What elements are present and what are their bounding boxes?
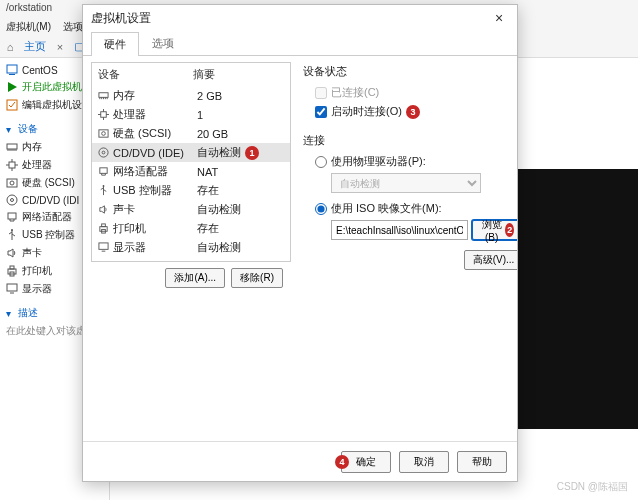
device-row[interactable]: 内存2 GB <box>92 86 290 105</box>
memory-icon <box>6 141 18 153</box>
badge-3: 3 <box>406 105 420 119</box>
svg-rect-18 <box>99 130 108 137</box>
usb-icon <box>98 185 109 196</box>
device-row[interactable]: 显示器自动检测 <box>92 238 290 257</box>
svg-rect-22 <box>100 168 107 174</box>
cd-icon <box>6 194 18 206</box>
device-row[interactable]: 硬盘 (SCSI)20 GB <box>92 124 290 143</box>
help-button[interactable]: 帮助 <box>457 451 507 473</box>
sound-icon <box>98 204 109 215</box>
remove-device-button[interactable]: 移除(R) <box>231 268 283 288</box>
svg-point-9 <box>11 199 14 202</box>
caret-down-icon: ▾ <box>6 124 14 135</box>
svg-point-21 <box>102 151 105 154</box>
advanced-button[interactable]: 高级(V)... <box>464 250 517 270</box>
add-device-button[interactable]: 添加(A)... <box>165 268 225 288</box>
cpu-icon <box>6 159 18 171</box>
badge-4: 4 <box>335 455 349 469</box>
memory-icon <box>98 90 109 101</box>
device-row[interactable]: CD/DVD (IDE)自动检测1 <box>92 143 290 162</box>
svg-rect-5 <box>9 162 15 168</box>
device-row[interactable]: 打印机存在 <box>92 219 290 238</box>
connected-checkbox <box>315 87 327 99</box>
dialog-close-button[interactable]: × <box>489 8 509 28</box>
connect-at-poweron-checkbox[interactable] <box>315 106 327 118</box>
use-physical-radio[interactable] <box>315 156 327 168</box>
vm-icon <box>6 64 18 76</box>
svg-point-23 <box>103 185 105 187</box>
svg-rect-10 <box>8 213 16 219</box>
device-row[interactable]: 声卡自动检测 <box>92 200 290 219</box>
badge-1: 1 <box>245 146 259 160</box>
printer-icon <box>6 265 18 277</box>
device-row[interactable]: 网络适配器NAT <box>92 162 290 181</box>
edit-icon <box>6 99 18 111</box>
svg-rect-6 <box>7 179 17 187</box>
display-icon <box>98 242 109 253</box>
svg-point-20 <box>99 148 108 157</box>
watermark: CSDN @陈福国 <box>557 480 628 494</box>
svg-rect-1 <box>9 74 15 75</box>
svg-rect-13 <box>10 266 14 269</box>
vm-settings-dialog: 虚拟机设置 × 硬件 选项 设备 摘要 内存2 GB处理器1硬盘 (SCSI)2… <box>82 4 518 482</box>
svg-rect-25 <box>102 224 106 227</box>
cd-icon <box>98 147 109 158</box>
printer-icon <box>98 223 109 234</box>
svg-point-7 <box>10 181 14 185</box>
close-tab-icon[interactable]: × <box>54 41 66 53</box>
tab-hardware[interactable]: 硬件 <box>91 32 139 56</box>
dialog-title: 虚拟机设置 <box>91 10 151 27</box>
menu-vm[interactable]: 虚拟机(M) <box>6 20 51 34</box>
use-iso-label: 使用 ISO 映像文件(M): <box>331 201 442 216</box>
disk-icon <box>6 177 18 189</box>
browse-button[interactable]: 浏览(B)2 <box>472 220 517 240</box>
display-icon <box>6 283 18 295</box>
connected-label: 已连接(C) <box>331 85 379 100</box>
svg-marker-2 <box>8 82 17 92</box>
sound-icon <box>6 247 18 259</box>
disk-icon <box>98 128 109 139</box>
usb-icon <box>6 229 18 241</box>
net-icon <box>6 211 18 223</box>
svg-rect-15 <box>7 284 17 291</box>
svg-point-8 <box>7 195 17 205</box>
device-row[interactable]: 处理器1 <box>92 105 290 124</box>
connect-at-poweron-label: 启动时连接(O) <box>331 104 402 119</box>
device-row[interactable]: USB 控制器存在 <box>92 181 290 200</box>
iso-path-input[interactable] <box>331 220 468 240</box>
physical-drive-select: 自动检测 <box>331 173 481 193</box>
svg-rect-16 <box>99 93 108 98</box>
cancel-button[interactable]: 取消 <box>399 451 449 473</box>
tab-options[interactable]: 选项 <box>139 31 187 55</box>
svg-rect-17 <box>101 112 107 118</box>
device-list: 设备 摘要 内存2 GB处理器1硬盘 (SCSI)20 GBCD/DVD (ID… <box>91 62 291 262</box>
connection-group-title: 连接 <box>303 133 517 148</box>
use-iso-radio[interactable] <box>315 203 327 215</box>
net-icon <box>98 166 109 177</box>
svg-rect-27 <box>99 243 108 249</box>
caret-down-icon: ▾ <box>6 308 14 319</box>
cpu-icon <box>98 109 109 120</box>
col-device: 设备 <box>98 67 193 82</box>
badge-2: 2 <box>505 223 514 237</box>
home-icon[interactable]: ⌂ <box>4 41 16 53</box>
tab-home[interactable]: 主页 <box>20 37 50 56</box>
col-summary: 摘要 <box>193 67 284 82</box>
play-icon <box>6 81 18 93</box>
svg-rect-0 <box>7 65 17 73</box>
status-group-title: 设备状态 <box>303 64 517 79</box>
svg-point-11 <box>11 229 13 231</box>
svg-rect-4 <box>7 144 17 149</box>
use-physical-label: 使用物理驱动器(P): <box>331 154 426 169</box>
device-settings-pane: 设备状态 已连接(C) 启动时连接(O) 3 连接 使用物理驱动器(P): 自动… <box>299 62 517 435</box>
svg-point-19 <box>102 132 106 136</box>
